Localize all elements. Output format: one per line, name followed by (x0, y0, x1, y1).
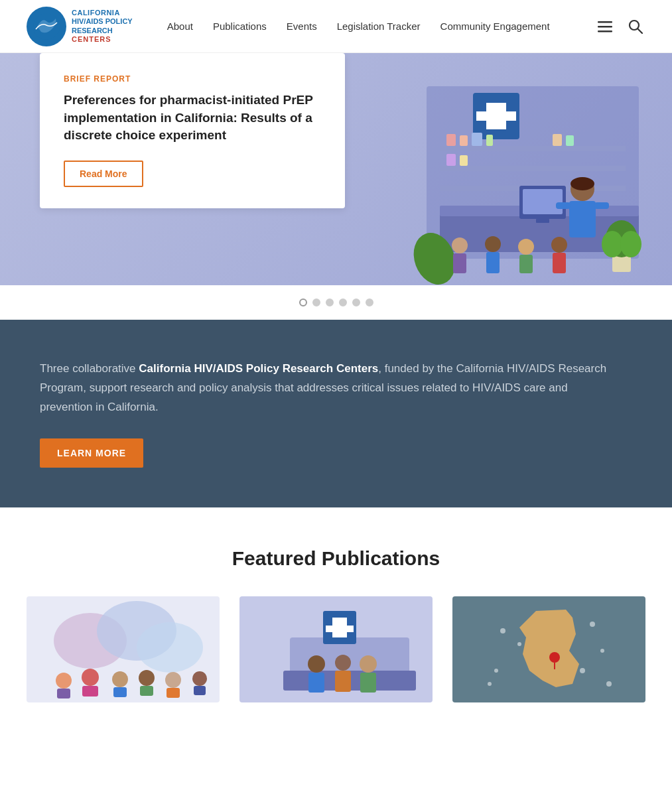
svg-rect-1 (598, 21, 612, 23)
svg-rect-10 (440, 146, 626, 151)
svg-point-42 (551, 237, 567, 253)
nav-legislation-tracker[interactable]: Legislation Tracker (329, 15, 429, 37)
pub-card-2[interactable] (239, 596, 433, 702)
svg-point-38 (485, 236, 501, 252)
svg-rect-58 (194, 686, 206, 695)
nav-events[interactable]: Events (279, 15, 325, 37)
svg-rect-67 (335, 671, 351, 692)
slider-dots (0, 285, 672, 320)
pharmacy-illustration (387, 60, 652, 285)
menu-icon[interactable] (595, 17, 615, 36)
pub-card-3[interactable] (452, 596, 645, 702)
svg-point-73 (517, 642, 521, 646)
svg-point-36 (452, 237, 468, 253)
svg-point-79 (488, 682, 492, 686)
svg-rect-15 (472, 133, 482, 146)
svg-point-40 (518, 239, 534, 255)
nav-about[interactable]: About (159, 15, 201, 37)
svg-rect-50 (82, 686, 98, 696)
svg-rect-2 (598, 26, 612, 28)
svg-rect-48 (57, 689, 70, 698)
logo-icon (27, 7, 66, 46)
read-more-button[interactable]: Read More (64, 161, 143, 187)
svg-rect-37 (453, 253, 466, 273)
publications-grid (27, 596, 645, 702)
svg-point-28 (571, 177, 594, 190)
featured-title: Featured Publications (27, 547, 645, 570)
svg-point-64 (308, 655, 325, 673)
svg-rect-41 (519, 255, 533, 273)
svg-point-57 (192, 671, 207, 686)
dot-5[interactable] (352, 298, 360, 306)
svg-point-70 (549, 652, 560, 663)
svg-rect-14 (460, 135, 468, 146)
svg-rect-27 (569, 201, 596, 237)
svg-point-76 (580, 668, 585, 673)
logo-text: CALIFORNIA HIV/AIDS POLICY RESEARCH CENT… (72, 9, 133, 44)
svg-rect-30 (594, 202, 609, 209)
svg-rect-25 (536, 219, 549, 223)
svg-rect-54 (140, 686, 153, 696)
header-icons (595, 17, 645, 36)
dot-3[interactable] (326, 298, 334, 306)
svg-point-53 (139, 670, 155, 686)
svg-rect-18 (460, 155, 468, 166)
slide-title: Preferences for pharmacist-initiated PrE… (64, 92, 321, 145)
info-text-before: Three collaborative (40, 362, 139, 375)
svg-point-46 (137, 622, 203, 673)
dot-6[interactable] (366, 298, 373, 306)
svg-rect-65 (308, 673, 324, 693)
site-header: CALIFORNIA HIV/AIDS POLICY RESEARCH CENT… (0, 0, 672, 53)
svg-rect-62 (326, 626, 354, 632)
pub-card-2-image (239, 596, 433, 702)
nav-publications[interactable]: Publications (205, 15, 275, 37)
org-name: California HIV/AIDS Policy Research Cent… (139, 362, 378, 375)
learn-more-button[interactable]: LEARN MORE (40, 438, 143, 468)
info-text: Three collaborative California HIV/AIDS … (40, 360, 610, 417)
svg-point-74 (590, 622, 595, 627)
svg-rect-17 (446, 154, 456, 166)
svg-rect-56 (167, 688, 180, 698)
svg-line-5 (638, 29, 643, 33)
svg-point-34 (620, 231, 641, 257)
svg-rect-43 (553, 253, 566, 273)
svg-point-49 (82, 669, 99, 686)
svg-rect-11 (440, 166, 626, 171)
logo[interactable]: CALIFORNIA HIV/AIDS POLICY RESEARCH CENT… (27, 7, 133, 46)
svg-point-78 (606, 681, 612, 687)
dot-1[interactable] (299, 298, 307, 306)
dot-4[interactable] (339, 298, 347, 306)
featured-publications: Featured Publications (0, 507, 672, 729)
slide-tag: BRIEF REPORT (64, 74, 321, 84)
pub-card-1[interactable] (27, 596, 220, 702)
search-icon[interactable] (626, 17, 645, 36)
svg-rect-13 (446, 134, 456, 146)
svg-rect-29 (556, 202, 571, 209)
info-band: Three collaborative California HIV/AIDS … (0, 320, 672, 507)
svg-rect-16 (486, 135, 493, 146)
svg-point-47 (56, 673, 72, 689)
pub-card-3-image (452, 596, 645, 702)
svg-point-55 (165, 672, 181, 688)
svg-point-66 (335, 655, 351, 671)
svg-rect-9 (476, 111, 516, 121)
slide-card: BRIEF REPORT Preferences for pharmacist-… (40, 53, 345, 208)
svg-rect-19 (553, 134, 562, 146)
hero-slider: BRIEF REPORT Preferences for pharmacist-… (0, 53, 672, 285)
dot-2[interactable] (312, 298, 320, 306)
svg-point-77 (494, 669, 498, 673)
svg-rect-39 (486, 252, 500, 273)
svg-rect-24 (523, 189, 563, 214)
nav-community-engagement[interactable]: Community Engagement (433, 15, 558, 37)
svg-point-68 (360, 655, 377, 673)
svg-point-33 (602, 231, 623, 257)
svg-point-75 (600, 649, 604, 653)
main-nav: About Publications Events Legislation Tr… (159, 15, 595, 37)
pub-card-1-image (27, 596, 220, 702)
svg-point-51 (112, 671, 128, 687)
svg-rect-69 (360, 673, 376, 693)
svg-rect-52 (113, 687, 127, 697)
svg-point-72 (500, 628, 505, 633)
svg-rect-3 (598, 31, 612, 33)
svg-rect-20 (566, 135, 574, 146)
